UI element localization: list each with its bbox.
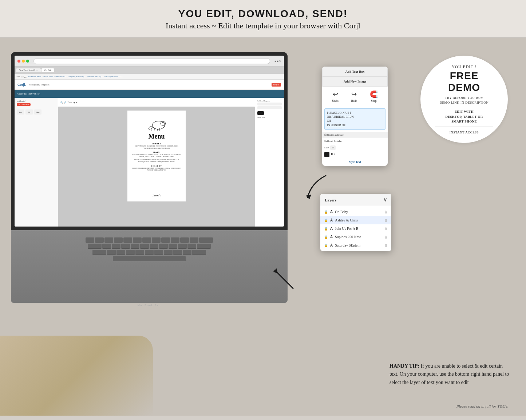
layers-panel: Layers ∨ 🔒 A Oh Baby 🗑 🔒 A Ashley & Chri… — [320, 194, 391, 251]
key — [123, 237, 132, 243]
lock-icon-5: 🔒 — [324, 244, 328, 247]
bookmark-apps: ☆ Apps — [21, 76, 27, 78]
demo-divider-1 — [435, 107, 493, 107]
lock-icon-2: 🔒 — [324, 219, 328, 222]
menu-card: Menu ENTRÉE CRISPY PRAWNS, DUCK ROLL, SW… — [127, 111, 186, 201]
phone-subhead: Subhead Regular — [322, 138, 388, 144]
snap-tool[interactable]: 🧲 Snap — [370, 90, 378, 103]
key — [92, 250, 106, 255]
demo-demo: DEMO — [448, 82, 480, 93]
layer-name-5: Saturday SEptem — [335, 243, 382, 247]
key — [171, 237, 179, 243]
save-tool[interactable]: Save — [17, 109, 24, 115]
size-value[interactable]: 17 — [330, 145, 336, 150]
delete-icon-2[interactable]: 🗑 — [384, 219, 388, 222]
key — [112, 244, 120, 249]
color-swatch[interactable] — [257, 111, 264, 115]
demo-instant: INSTANT ACCESS — [450, 131, 479, 134]
dot-red — [17, 60, 20, 63]
delete-icon-3[interactable]: 🗑 — [384, 227, 388, 231]
add-new-image-btn[interactable]: Add New Image — [322, 76, 388, 87]
laptop-keyboard: MacBook Pro — [11, 230, 288, 303]
layer-item[interactable]: 🔒 A Supinos 250 New 🗑 — [320, 233, 391, 241]
menu-main-title: MAIN — [153, 151, 160, 153]
orders-btn[interactable]: Orders — [272, 83, 281, 87]
svg-point-3 — [162, 122, 163, 123]
layers-chevron[interactable]: ∨ — [383, 197, 387, 203]
lock-icon-4: 🔒 — [324, 235, 328, 239]
tab-1[interactable]: New Tab - Your Or… — [16, 68, 41, 72]
format-bold[interactable]: B — [331, 153, 333, 156]
panel-section-1: Subhead Regular — [257, 100, 282, 109]
type-icon-3: A — [330, 227, 333, 231]
delete-icon-5[interactable]: 🗑 — [384, 244, 388, 247]
delete-icon-1[interactable]: 🗑 — [384, 210, 388, 214]
corjl-header: Corjl. HoorayParty Templates Orders — [15, 80, 284, 90]
svg-point-2 — [164, 122, 165, 123]
redo-icon: ↪ — [351, 90, 357, 98]
tool-row: Save DL Share — [17, 109, 56, 115]
layer-item[interactable]: 🔒 A Ashley & Chris 🗑 — [320, 216, 391, 224]
layers-list: 🔒 A Oh Baby 🗑 🔒 A Ashley & Chris 🗑 🔒 A J… — [320, 206, 391, 251]
format-italic[interactable]: I — [334, 153, 335, 156]
corjl-brand: HoorayParty Templates — [29, 84, 269, 86]
phone-size-controls: Size 17 — [322, 144, 388, 151]
top-banner: YOU EDIT, DOWNLOAD, SEND! Instant access… — [0, 0, 526, 37]
redo-tool[interactable]: ↪ Redo — [351, 90, 357, 103]
undo-icon: ↩ — [333, 90, 338, 98]
corjl-body: last font # INCOMPLETE Save DL Share — [15, 98, 284, 227]
key — [86, 237, 94, 243]
preview-tool[interactable]: DL — [25, 109, 33, 115]
add-text-box-btn[interactable]: Add Text Box — [322, 67, 388, 76]
key — [126, 250, 135, 255]
key — [142, 237, 151, 243]
key-row-4 — [25, 256, 273, 261]
delete-icon-4[interactable]: 🗑 — [384, 235, 388, 239]
browser-chrome: ◀ ▶ ↻ — [15, 56, 284, 67]
sidebar-tools: Save DL Share — [17, 109, 56, 115]
corjl-main-canvas: 🔍 🔎 Page ◀ ▶ — [58, 98, 255, 227]
panel-input-2[interactable] — [257, 106, 282, 109]
layer-item[interactable]: 🔒 A Saturday SEptem 🗑 — [320, 241, 391, 249]
style-text-label: Style Text — [257, 116, 282, 118]
key — [180, 237, 189, 243]
laptop-container: ◀ ▶ ↻ New Tab - Your Or… C - Edit Corjl … — [11, 52, 309, 401]
key — [116, 250, 125, 255]
layer-name-2: Ashley & Chris — [335, 218, 382, 222]
share-tool[interactable]: Share — [34, 109, 41, 115]
layer-item[interactable]: 🔒 A Oh Baby 🗑 — [320, 208, 391, 216]
layer-item[interactable]: 🔒 A Join Us For A B 🗑 — [320, 224, 391, 233]
phone-panel-tools: ↩ Undo ↪ Redo 🧲 Snap — [322, 87, 388, 106]
canvas-area: Menu ENTRÉE CRISPY PRAWNS, DUCK ROLL, SW… — [58, 107, 255, 227]
url-bar[interactable] — [33, 58, 270, 64]
redo-label: Redo — [351, 99, 357, 103]
undo-tool[interactable]: ↩ Undo — [332, 90, 339, 103]
bookmark-hudlu: my Hudlu — [28, 76, 36, 77]
layers-title: Layers — [325, 198, 336, 202]
laptop-screen: ◀ ▶ ↻ New Tab - Your Or… C - Edit Corjl … — [11, 52, 288, 230]
macbook-label: MacBook Pro — [138, 304, 161, 307]
demo-you-edit: YOU EDIT ! — [452, 64, 476, 69]
corjl-right-panel: Subhead Regular Style Text — [255, 98, 284, 227]
layer-name-4: Supinos 250 New — [335, 235, 382, 239]
key-row-3 — [25, 250, 273, 255]
demo-try-before: TRY BEFORE YOU BUY — [445, 96, 483, 100]
key — [133, 237, 142, 243]
key — [102, 244, 111, 249]
phone-image-btn[interactable]: ☑ Resize as image — [322, 132, 388, 138]
type-icon-2: A — [330, 218, 333, 222]
bookmark-australia: Australian You... — [54, 76, 67, 77]
key — [192, 250, 206, 255]
panel-input-1[interactable] — [257, 103, 282, 105]
tab-2[interactable]: C - Edit — [41, 68, 54, 72]
toolbar-nav: ◀ ▶ — [73, 101, 78, 104]
dot-yellow — [22, 60, 25, 63]
panel-label-1: Subhead Regular — [257, 100, 282, 102]
phone-text-editor[interactable]: PLEASE JOIN US F OR A BRIDAL BRUN CH IN … — [324, 108, 385, 130]
menu-dessert-text: DECONSTRUCTED LAMINGTON, COCONUT ICE-CRE… — [131, 167, 182, 171]
free-demo-circle: YOU EDIT ! FREE DEMO TRY BEFORE YOU BUY … — [420, 56, 508, 143]
demo-link: DEMO LINK IN DESCRIPTION — [440, 100, 489, 105]
layer-name-1: Oh Baby — [335, 210, 382, 214]
color-picker[interactable] — [324, 152, 329, 157]
style-text-btn[interactable]: Style Text — [322, 158, 388, 166]
